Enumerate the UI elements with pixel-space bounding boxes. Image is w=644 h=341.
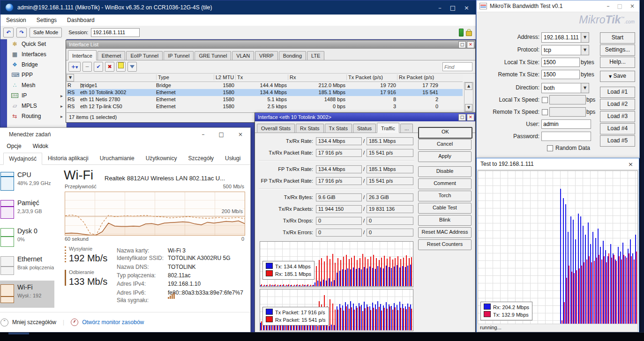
dialog-tab-overall-stats[interactable]: Overall Stats	[257, 124, 295, 133]
comment-button[interactable]	[116, 62, 126, 72]
random-data-checkbox[interactable]	[547, 145, 553, 151]
menu-settings[interactable]: Settings	[37, 17, 57, 23]
bwtest-titlebar[interactable]: MikroTik Bandwidth Test v0.1 – □ ×	[477, 0, 639, 12]
tab-vrrp[interactable]: VRRP	[255, 51, 278, 60]
sidebar-item-bridge[interactable]: ❖Bridge	[7, 59, 66, 70]
tab-bonding[interactable]: Bonding	[279, 51, 306, 60]
sidebar-item-mpls[interactable]: ▱MPLS▸	[7, 101, 66, 111]
perf-item-cpu[interactable]: CPU48% 2,99 GHz	[0, 168, 54, 195]
sidebar-item-routing[interactable]: ⇆Routing▸	[7, 111, 66, 121]
torch-button[interactable]: Torch	[418, 191, 472, 201]
maximize-icon[interactable]: □	[219, 131, 224, 138]
minimize-icon[interactable]: –	[607, 3, 610, 9]
direction-dropdown[interactable]: both▼	[541, 83, 589, 93]
close-icon[interactable]: ×	[630, 3, 635, 9]
taskman-titlebar[interactable]: Menedżer zadań – □ ×	[0, 128, 250, 141]
reset-counters-button[interactable]: Reset Counters	[418, 239, 472, 250]
remote-tx-speed-checkbox[interactable]	[542, 109, 548, 115]
tab-vlan[interactable]: VLAN	[232, 51, 254, 60]
restore-icon[interactable]: □	[458, 114, 466, 121]
tab-użytkownicy[interactable]: Użytkownicy	[140, 152, 183, 164]
protocol-dropdown[interactable]: tcp▼	[541, 45, 589, 55]
sidebar-item-ppp[interactable]: ⌨PPP	[7, 70, 66, 80]
session-input[interactable]	[91, 28, 140, 37]
perf-item-ethernet[interactable]: EthernetBrak połączenia	[0, 252, 54, 280]
less-details-button[interactable]: Mniej szczegółów	[12, 319, 56, 326]
dialog-tab-tx-stats[interactable]: Tx Stats	[325, 124, 352, 133]
cable-test-button[interactable]: Cable Test	[418, 203, 472, 214]
load5-button[interactable]: Load #5	[600, 135, 635, 147]
tab-uruchamianie[interactable]: Uruchamianie	[94, 152, 140, 164]
redo-icon[interactable]: ↷	[16, 28, 27, 37]
close-icon[interactable]: ✕	[467, 41, 474, 48]
maximize-icon[interactable]: □	[450, 4, 456, 11]
disable-button[interactable]: ✖	[105, 62, 114, 72]
menu-widok[interactable]: Widok	[33, 143, 48, 149]
minimize-icon[interactable]: –	[202, 131, 205, 138]
disable-button[interactable]: Disable	[418, 166, 472, 177]
tab-usługi[interactable]: Usługi	[219, 152, 246, 164]
local-tx-size-input[interactable]	[541, 58, 580, 67]
menu-session[interactable]: Session	[6, 17, 26, 23]
table-scrollbar[interactable]: ▲ ▼	[464, 82, 473, 112]
tab-ip-tunnel[interactable]: IP Tunnel	[164, 51, 194, 60]
dialog-tab-traffic[interactable]: Traffic	[377, 123, 399, 133]
scroll-down-icon[interactable]: ▼	[465, 104, 472, 111]
help-button[interactable]: Help...	[600, 57, 635, 68]
load4-button[interactable]: Load #4	[600, 123, 635, 134]
remote-tx-size-input[interactable]	[541, 70, 580, 79]
dialog-tab-rx-stats[interactable]: Rx Stats	[296, 124, 324, 133]
tab-lte[interactable]: LTE	[307, 51, 324, 60]
start-button[interactable]: Start	[600, 32, 635, 44]
undo-icon[interactable]: ↶	[3, 28, 14, 37]
safe-mode-button[interactable]: Safe Mode	[30, 28, 62, 37]
tab-ethernet[interactable]: Ethernet	[97, 51, 126, 60]
filter-button[interactable]	[127, 62, 137, 72]
scroll-up-icon[interactable]: ▲	[465, 82, 472, 90]
local-tx-speed-checkbox[interactable]	[542, 97, 548, 103]
reset-mac-address-button[interactable]: Reset MAC Address	[418, 227, 472, 238]
tab-historia-aplikacji[interactable]: Historia aplikacji	[42, 152, 94, 164]
save-button[interactable]: ▼ Save	[600, 71, 635, 82]
sidebar-item-quick-set[interactable]: ✻Quick Set	[7, 39, 66, 49]
perf-item-dysk-0[interactable]: Dysk 00%	[0, 224, 54, 252]
interface-list-titlebar[interactable]: Interface List □ ✕	[66, 40, 475, 49]
perf-item-wi-fi[interactable]: Wi-FiWysł.: 192	[0, 281, 54, 308]
open-resource-monitor-link[interactable]: Otwórz monitor zasobów	[82, 319, 144, 326]
user-input[interactable]	[541, 119, 591, 129]
load1-button[interactable]: Load #1	[600, 87, 635, 98]
find-input[interactable]	[442, 62, 472, 71]
sidebar-item-interfaces[interactable]: ▦Interfaces	[7, 49, 66, 59]
sidebar-item-mesh[interactable]: ∴Mesh	[7, 80, 66, 90]
enable-button[interactable]: ✔	[94, 62, 103, 72]
load3-button[interactable]: Load #3	[600, 111, 635, 122]
table-row[interactable]: R∏bridge1Bridge1580144.4 Mbps212.0 Mbps1…	[67, 82, 463, 89]
close-icon[interactable]: ×	[628, 161, 639, 168]
table-row[interactable]: RS◂▸eth 12 Tp-link C50Ethernet15802.5 kb…	[67, 103, 463, 110]
remove-interface-button[interactable]: −	[82, 62, 92, 72]
tab-gre-tunnel[interactable]: GRE Tunnel	[195, 51, 231, 60]
dialog-titlebar[interactable]: Interface <eth 10 Totolink 3002> □ ✕	[255, 113, 475, 121]
comment-button[interactable]: Comment	[418, 178, 472, 189]
restore-icon[interactable]: □	[458, 41, 466, 48]
password-input[interactable]	[541, 132, 591, 141]
address-dropdown[interactable]: 192.168.1.111▼	[541, 32, 589, 43]
load2-button[interactable]: Load #2	[600, 99, 635, 110]
apply-button[interactable]: Apply	[418, 151, 472, 162]
settings-button[interactable]: Settings...	[600, 44, 635, 56]
column-select-icon[interactable]: ▼	[67, 74, 74, 82]
close-icon[interactable]: ✕	[467, 114, 474, 121]
table-header[interactable]: Name ∕ Type L2 MTU Tx Rx Tx Packet (p/s)…	[67, 74, 463, 82]
dialog-tab--[interactable]: ...	[400, 124, 413, 133]
close-icon[interactable]: ×	[238, 131, 243, 138]
table-row[interactable]: RS◂▸eth 11 Netis 2780Ethernet15805.1 kbp…	[67, 96, 463, 103]
close-icon[interactable]: ×	[464, 4, 469, 11]
tab-szczegóły[interactable]: Szczegóły	[182, 152, 219, 164]
minimize-icon[interactable]: –	[438, 4, 442, 11]
taskbar[interactable]	[0, 332, 644, 341]
blink-button[interactable]: Blink	[418, 215, 472, 226]
dialog-tab-status[interactable]: Status	[353, 124, 376, 133]
table-row[interactable]: RS◂▸eth 10 Totolink 3002Ethernet1580134.…	[67, 89, 463, 96]
tab-procesy[interactable]: Procesy	[0, 152, 3, 164]
menu-opcje[interactable]: Opcje	[7, 143, 21, 149]
